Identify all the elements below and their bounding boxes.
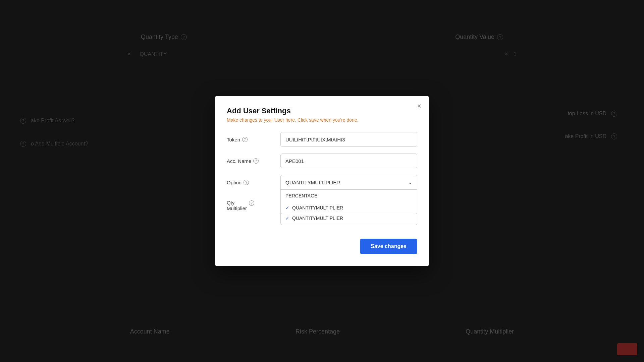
modal-dialog: × Add User Settings Make changes to your… <box>215 96 429 266</box>
option-item-qty-label: QUANTITYMULTIPLIER <box>292 205 343 210</box>
modal-footer: Save changes <box>227 239 417 254</box>
token-input[interactable] <box>280 132 417 147</box>
qty-dropdown-item-label: QUANTITYMULTIPLIER <box>292 216 343 221</box>
option-help-icon: ? <box>244 180 249 185</box>
option-select-display[interactable]: QUANTITYMULTIPLIER ⌄ <box>280 175 417 190</box>
option-label: Option ? <box>227 180 280 185</box>
acc-name-label: Acc. Name ? <box>227 158 280 164</box>
token-row: Token ? <box>227 132 417 147</box>
modal-subtitle: Make changes to your User here. Click sa… <box>227 117 417 123</box>
save-changes-button[interactable]: Save changes <box>360 239 417 254</box>
modal-overlay: × Add User Settings Make changes to your… <box>0 0 644 362</box>
acc-name-row: Acc. Name ? <box>227 154 417 168</box>
option-item-percentage[interactable]: PERCENTAGE <box>281 190 417 202</box>
token-label: Token ? <box>227 137 280 142</box>
acc-name-input[interactable] <box>280 154 417 168</box>
option-chevron-icon: ⌄ <box>408 180 412 185</box>
qty-multiplier-help-icon: ? <box>249 200 254 206</box>
option-item-percentage-label: PERCENTAGE <box>285 193 317 198</box>
option-dropdown-menu: PERCENTAGE ✓ QUANTITYMULTIPLIER <box>280 190 417 214</box>
option-item-check-icon: ✓ <box>285 205 289 210</box>
modal-close-button[interactable]: × <box>415 101 424 111</box>
token-help-icon: ? <box>242 137 248 142</box>
acc-name-help-icon: ? <box>253 158 259 164</box>
option-row: Option ? QUANTITYMULTIPLIER ⌄ PERCENTAGE… <box>227 175 417 190</box>
modal-title: Add User Settings <box>227 107 417 115</box>
option-item-quantitymultiplier[interactable]: ✓ QUANTITYMULTIPLIER <box>281 202 417 214</box>
qty-multiplier-label: QtyMultiplier ? <box>227 196 280 211</box>
option-select-wrapper[interactable]: QUANTITYMULTIPLIER ⌄ PERCENTAGE ✓ QUANTI… <box>280 175 417 190</box>
qty-dropdown-check-icon: ✓ <box>285 216 289 221</box>
